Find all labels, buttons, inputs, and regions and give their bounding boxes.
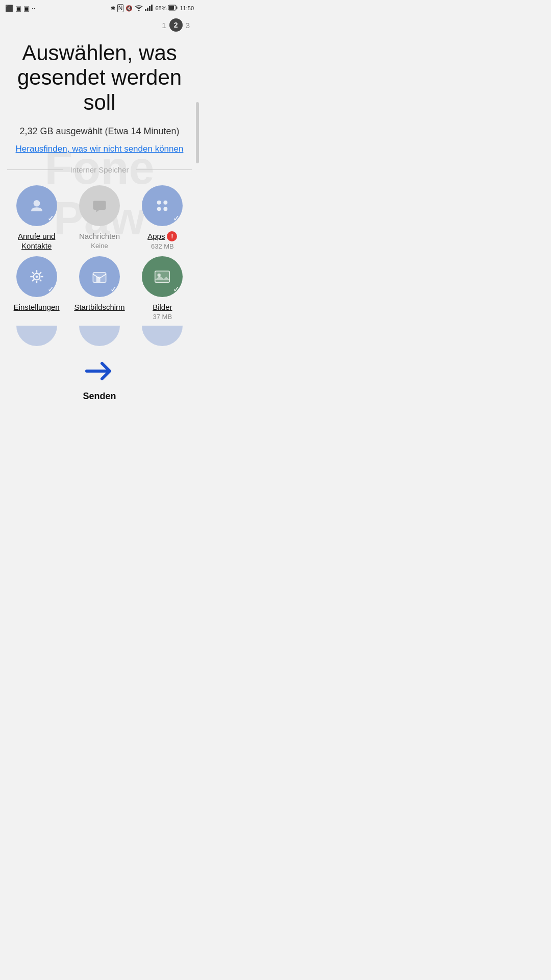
wifi-icon — [135, 4, 143, 12]
svg-point-11 — [157, 207, 161, 211]
partial-circle-1 — [5, 326, 68, 346]
svg-rect-16 — [96, 277, 101, 282]
partial-circle-3 — [131, 326, 194, 346]
divider-line-right — [136, 169, 192, 170]
dots-status-icon: ·· — [32, 5, 36, 11]
messages-icon — [90, 196, 109, 215]
svg-point-14 — [35, 276, 38, 278]
bottom-area: Senden — [0, 346, 199, 411]
signal-icon — [145, 4, 153, 12]
svg-rect-0 — [145, 9, 146, 11]
item-nachrichten[interactable]: Nachrichten Keine — [68, 185, 131, 251]
item-apps[interactable]: ✓ Apps ! 632 MB — [131, 185, 194, 251]
battery-percent: 68% — [155, 5, 166, 11]
item-sublabel-nachrichten: Keine — [91, 242, 108, 250]
svg-rect-2 — [149, 6, 151, 11]
item-label-bilder: Bilder — [153, 302, 172, 312]
divider-line-left — [7, 169, 63, 170]
svg-rect-6 — [177, 7, 178, 9]
item-label-startbildschirm: Startbildschirm — [74, 302, 124, 312]
page-indicator: 1 2 3 — [0, 14, 199, 32]
status-right-icons: ✱ N 🔇 68% — [111, 4, 194, 12]
page-title: Auswählen, was gesendet werden soll — [0, 32, 199, 115]
image-status-icon: ⬛ — [5, 5, 13, 12]
item-sublabel-apps: 632 MB — [151, 242, 174, 250]
send-label[interactable]: Senden — [83, 391, 116, 402]
svg-point-10 — [164, 201, 168, 205]
item-bilder[interactable]: ✓ Bilder 37 MB — [131, 256, 194, 321]
item-label-nachrichten: Nachrichten — [79, 231, 120, 241]
images-icon — [153, 267, 172, 286]
apps-icon — [153, 196, 172, 215]
contacts-icon — [27, 196, 46, 215]
nfc-icon: N — [117, 4, 124, 12]
item-sublabel-bilder: 37 MB — [153, 313, 172, 321]
item-label-anrufe: Anrufe undKontakte — [18, 231, 55, 251]
time-display: 11:50 — [180, 5, 194, 11]
item-circle-einstellungen: ✓ — [16, 256, 57, 297]
info-link[interactable]: Herausfinden, was wir nicht senden könne… — [0, 137, 199, 154]
svg-rect-3 — [151, 5, 153, 11]
item-circle-bilder: ✓ — [142, 256, 183, 297]
partial-arc-1 — [16, 326, 57, 346]
item-label-apps: Apps — [147, 231, 165, 241]
svg-point-12 — [164, 207, 168, 211]
page-1: 1 — [162, 21, 166, 30]
partial-circles-row — [0, 321, 199, 346]
item-startbildschirm[interactable]: ✓ Startbildschirm — [68, 256, 131, 321]
page-3: 3 — [186, 21, 190, 30]
svg-rect-8 — [93, 201, 106, 209]
page-2-active: 2 — [169, 18, 183, 32]
selection-info: 2,32 GB ausgewählt (Etwa 14 Minuten) — [0, 115, 199, 137]
mute-icon: 🔇 — [126, 5, 133, 12]
send-arrow-icon[interactable] — [84, 358, 115, 388]
item-circle-anrufe: ✓ — [16, 185, 57, 226]
item-einstellungen[interactable]: ✓ Einstellungen — [5, 256, 68, 321]
bluetooth-icon: ✱ — [111, 5, 115, 12]
svg-rect-1 — [147, 8, 148, 11]
item-circle-apps: ✓ — [142, 185, 183, 226]
settings-icon — [27, 267, 46, 286]
apps-warning-badge: ! — [167, 231, 177, 241]
item-label-einstellungen: Einstellungen — [14, 302, 60, 312]
status-left-icons: ⬛ ▣ ▣ ·· — [5, 5, 36, 12]
battery-icon — [168, 5, 178, 12]
item-anrufe-kontakte[interactable]: ✓ Anrufe undKontakte — [5, 185, 68, 251]
svg-point-9 — [157, 201, 161, 205]
partial-arc-3 — [142, 326, 183, 346]
item-circle-startbildschirm: ✓ — [79, 256, 120, 297]
section-divider: Interner Speicher — [7, 165, 192, 174]
section-label: Interner Speicher — [63, 165, 136, 174]
homescreen-icon — [90, 267, 109, 286]
items-grid: ✓ Anrufe undKontakte Nachrichten Keine — [0, 174, 199, 321]
item-circle-nachrichten — [79, 185, 120, 226]
svg-point-7 — [33, 200, 40, 207]
partial-arc-2 — [79, 326, 120, 346]
scroll-indicator[interactable] — [196, 102, 199, 163]
status-bar: ⬛ ▣ ▣ ·· ✱ N 🔇 — [0, 0, 199, 14]
app2-status-icon: ▣ — [23, 5, 30, 12]
svg-rect-5 — [169, 6, 174, 10]
arrow-right-icon — [84, 358, 115, 384]
partial-circle-2 — [68, 326, 131, 346]
svg-rect-17 — [155, 271, 170, 282]
app1-status-icon: ▣ — [15, 5, 21, 12]
